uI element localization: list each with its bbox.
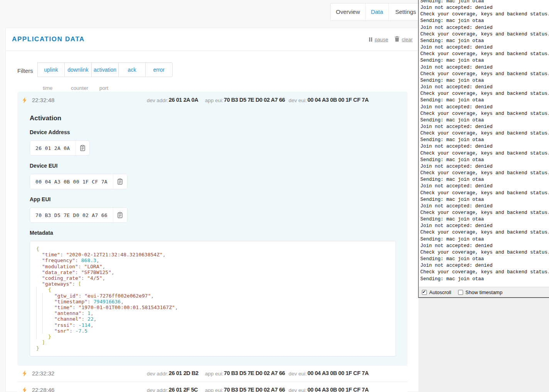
activation-row-expanded: 22:32:48 dev addr: 26 01 2A 0A app eui: … — [17, 92, 408, 365]
tab-overview[interactable]: Overview — [331, 3, 365, 20]
card-header: APPLICATION DATA pause clear — [6, 28, 419, 51]
device-eui-value: 00 04 A3 0B 00 1F CF 7A — [30, 174, 113, 189]
tab-data[interactable]: Data — [365, 3, 388, 20]
clipboard-icon — [80, 145, 85, 151]
clipboard-icon — [118, 178, 123, 185]
row-time: 22:28:46 — [32, 387, 54, 392]
dev-eui-value: 00 04 A3 0B 00 1F CF 7A — [307, 370, 369, 376]
dev-eui-label: dev eui: — [289, 387, 307, 392]
tab-settings[interactable]: Settings — [388, 3, 423, 20]
table-row[interactable]: 22:28:46 dev addr: 26 01 2F 5C app eui: … — [17, 382, 408, 392]
dev-eui-value: 00 04 A3 0B 00 1F CF 7A — [307, 97, 369, 103]
filter-downlink-button[interactable]: downlink — [64, 62, 92, 77]
column-header-time: time — [43, 85, 53, 91]
serial-monitor-toolbar: ✔ Autoscroll ✔ Show timestamp — [419, 287, 549, 298]
device-address-label: Device Address — [30, 129, 408, 135]
filter-ack-button[interactable]: ack — [118, 62, 146, 77]
trash-icon — [395, 36, 400, 43]
app-eui-value: 70 B3 D5 7E D0 02 A7 66 — [224, 97, 285, 103]
pause-icon — [369, 37, 372, 42]
application-data-card: APPLICATION DATA pause clear Filters upl… — [5, 28, 419, 392]
copy-app-eui-button[interactable] — [113, 208, 127, 222]
header-actions: pause clear — [369, 36, 413, 43]
row-time: 22:32:48 — [32, 97, 54, 103]
app-eui-field: 70 B3 D5 7E D0 02 A7 66 — [30, 207, 128, 223]
serial-monitor-window: Sending: mac join otaa Join not accepted… — [418, 0, 549, 298]
filters-bar: Filters uplink downlink activation ack e… — [17, 62, 173, 77]
clipboard-icon — [118, 212, 123, 218]
copy-device-eui-button[interactable] — [113, 174, 127, 189]
copy-device-address-button[interactable] — [75, 141, 89, 155]
app-eui-field-value: 70 B3 D5 7E D0 02 A7 66 — [30, 208, 113, 222]
app-eui-value: 70 B3 D5 7E D0 02 A7 66 — [224, 387, 285, 392]
page-title: APPLICATION DATA — [12, 35, 85, 43]
checkbox-box: ✔ — [422, 290, 427, 295]
activation-bolt-icon — [23, 387, 27, 392]
column-header-port: port — [99, 85, 108, 91]
device-address-field: 26 01 2A 0A — [30, 140, 90, 156]
timestamp-checkbox[interactable]: ✔ Show timestamp — [458, 289, 502, 295]
window-background — [418, 298, 549, 392]
device-address-value: 26 01 2A 0A — [30, 141, 75, 155]
app-eui-field-label: App EUI — [30, 196, 408, 202]
metadata-label: Metadata — [30, 230, 408, 236]
app-eui-value: 70 B3 D5 7E D0 02 A7 66 — [224, 370, 285, 376]
dev-addr-value: 26 01 2D B2 — [169, 370, 198, 376]
autoscroll-checkbox[interactable]: ✔ Autoscroll — [422, 289, 451, 295]
check-icon: ✔ — [422, 289, 426, 294]
device-eui-label: Device EUI — [30, 163, 408, 169]
data-rows: 22:32:48 dev addr: 26 01 2A 0A app eui: … — [17, 92, 408, 392]
metadata-json: {"time": "2020-02-12T21:32:48.321063854Z… — [30, 241, 396, 357]
app-eui-label: app eui: — [205, 371, 223, 377]
app-tabbar: Overview Data Settings — [330, 3, 423, 21]
dev-addr-value: 26 01 2A 0A — [169, 97, 198, 103]
dev-eui-label: dev eui: — [289, 371, 307, 377]
activation-bolt-icon — [23, 97, 27, 105]
checkbox-box: ✔ — [458, 290, 463, 295]
filter-error-button[interactable]: error — [145, 62, 173, 77]
filter-activation-button[interactable]: activation — [91, 62, 119, 77]
dev-eui-value: 00 04 A3 0B 00 1F CF 7A — [307, 387, 369, 392]
dev-addr-label: dev addr: — [147, 387, 168, 392]
app-eui-label: app eui: — [205, 98, 223, 103]
filter-uplink-button[interactable]: uplink — [37, 62, 65, 77]
dev-addr-value: 26 01 2F 5C — [169, 387, 198, 392]
dev-eui-label: dev eui: — [289, 98, 307, 103]
table-row[interactable]: 22:32:48 dev addr: 26 01 2A 0A app eui: … — [17, 92, 408, 109]
app-eui-label: app eui: — [205, 387, 223, 392]
dev-addr-label: dev addr: — [147, 98, 168, 103]
activation-details: Activation Device Address 26 01 2A 0A De… — [17, 109, 408, 365]
activation-bolt-icon — [23, 370, 27, 378]
device-eui-field: 00 04 A3 0B 00 1F CF 7A — [30, 174, 128, 189]
filters-label: Filters — [17, 67, 33, 74]
column-header-counter: counter — [71, 85, 88, 91]
row-time: 22:32:32 — [32, 370, 54, 377]
table-row[interactable]: 22:32:32 dev addr: 26 01 2D B2 app eui: … — [17, 365, 408, 382]
clear-button[interactable]: clear — [395, 36, 413, 43]
screen: Overview Data Settings APPLICATION DATA … — [0, 0, 549, 392]
dev-addr-label: dev addr: — [147, 371, 168, 377]
pause-button[interactable]: pause — [369, 37, 388, 42]
serial-output: Sending: mac join otaa Join not accepted… — [419, 0, 549, 285]
activation-heading: Activation — [30, 109, 408, 122]
